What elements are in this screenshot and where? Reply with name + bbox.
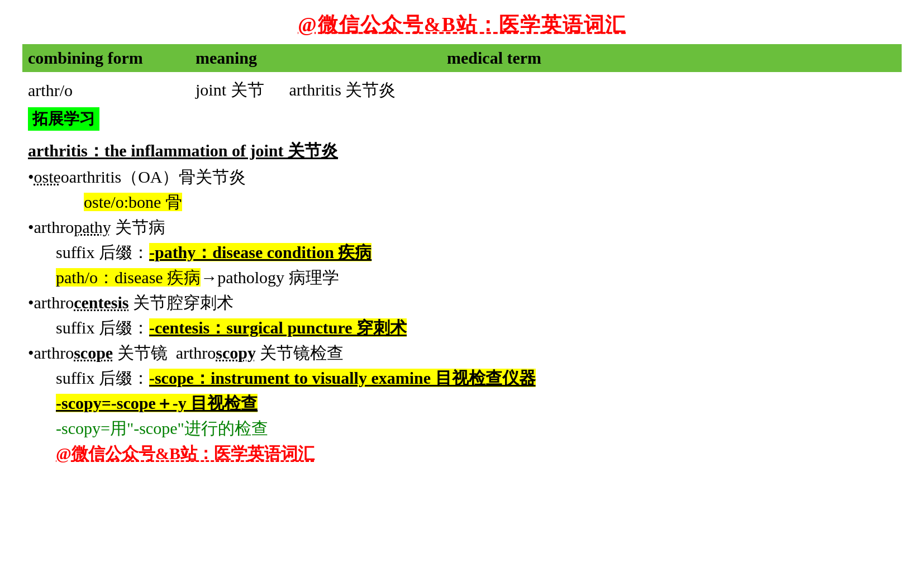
scope-suffix3: -scopy=用"-scope"进行的检查 (56, 417, 902, 440)
oste-highlighted: oste/o:bone 骨 (84, 193, 182, 211)
bullet-osteoarthritis: •osteoarthritis（OA）骨关节炎 (28, 166, 902, 189)
medical-term-text: arthritis 关节炎 (289, 80, 396, 99)
scope-prefix: scope (74, 344, 113, 362)
meaning-value: joint 关节 arthritis 关节炎 (196, 79, 396, 102)
pathy-prefix: pathy (74, 218, 111, 236)
centesis-suffix-highlight: -centesis：surgical puncture 穿刺术 (149, 318, 407, 337)
oste-sub: oste/o:bone 骨 (84, 191, 902, 214)
bullet-arthropathy: •arthropathy 关节病 (28, 216, 902, 239)
centesis-prefix: centesis (74, 293, 128, 312)
scopy-suffix-highlight: -scopy=-scope＋-y 目视检查 (56, 394, 258, 412)
centesis-suffix1: suffix 后缀：-centesis：surgical puncture 穿刺… (56, 317, 902, 340)
patho-highlighted: path/o：disease 疾病 (56, 268, 201, 287)
meaning-text: joint 关节 (196, 80, 264, 99)
scope-suffix1: suffix 后缀：-scope：instrument to visually … (56, 367, 902, 390)
expand-badge-container: 拓展学习 (22, 105, 902, 135)
top-title: @微信公众号&B站：医学英语词汇 (22, 11, 902, 39)
bottom-title-line: @微信公众号&B站：医学英语词汇 (56, 442, 902, 465)
expand-badge: 拓展学习 (28, 107, 99, 131)
header-meaning: meaning (196, 49, 447, 68)
pathy-suffix1: suffix 后缀：-pathy：disease condition 疾病 (56, 241, 902, 264)
oste-prefix: oste (34, 168, 61, 186)
arthritis-definition: arthritis：the inflammation of joint 关节炎 (28, 140, 902, 163)
pathy-suffix-highlight: -pathy：disease condition 疾病 (149, 243, 371, 261)
arthritis-def-text: arthritis：the inflammation of joint 关节炎 (28, 141, 338, 160)
scope-suffix2: -scopy=-scope＋-y 目视检查 (56, 392, 902, 415)
table-row: arthr/o joint 关节 arthritis 关节炎 (22, 77, 902, 104)
scope-suffix-highlight: -scope：instrument to visually examine 目视… (149, 369, 536, 387)
bullet-arthrocentesis: •arthrocentesis 关节腔穿刺术 (28, 292, 902, 314)
pathy-suffix2: path/o：disease 疾病→pathology 病理学 (56, 266, 902, 289)
bullet-arthroscope: •arthroscope 关节镜 arthroscopy 关节镜检查 (28, 342, 902, 365)
bottom-title: @微信公众号&B站：医学英语词汇 (56, 444, 315, 462)
scopy-prefix: scopy (216, 344, 256, 362)
scopy-green-text: -scopy=用"-scope"进行的检查 (56, 419, 268, 437)
header-medical-term: medical term (447, 49, 896, 68)
header-combining-form: combining form (28, 49, 196, 68)
combining-form-value: arthr/o (28, 81, 196, 100)
table-header: combining form meaning medical term (22, 44, 902, 72)
